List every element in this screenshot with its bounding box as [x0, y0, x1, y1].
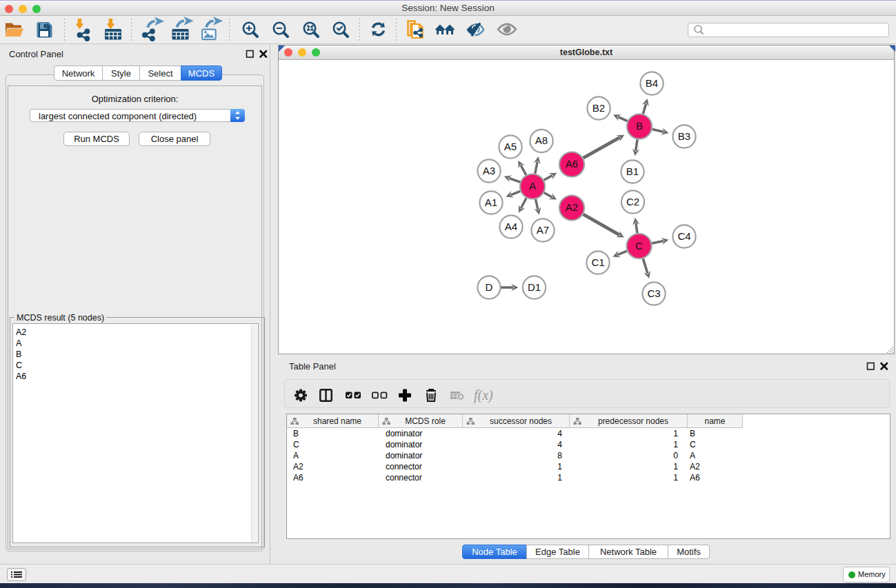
svg-text:B2: B2: [593, 102, 605, 114]
svg-text:C3: C3: [647, 287, 660, 299]
svg-text:A8: A8: [535, 134, 548, 146]
svg-text:A6: A6: [566, 158, 578, 170]
svg-text:C: C: [635, 240, 643, 252]
svg-text:C2: C2: [626, 196, 639, 207]
svg-text:C4: C4: [677, 230, 690, 242]
svg-text:A5: A5: [504, 141, 517, 152]
svg-text:f(x): f(x): [474, 387, 493, 403]
svg-text:A2: A2: [566, 201, 578, 213]
svg-text:A3: A3: [483, 165, 495, 176]
svg-text:A4: A4: [505, 221, 517, 232]
svg-text:C1: C1: [591, 256, 604, 268]
svg-text:A1: A1: [485, 196, 497, 208]
svg-text:B1: B1: [626, 165, 639, 177]
svg-text:A7: A7: [537, 224, 549, 236]
svg-text:D: D: [486, 281, 493, 293]
svg-text:B3: B3: [678, 130, 690, 142]
svg-text:B4: B4: [646, 77, 658, 89]
svg-text:B: B: [636, 120, 643, 132]
svg-text:A: A: [529, 180, 536, 192]
svg-text:D1: D1: [528, 281, 541, 293]
